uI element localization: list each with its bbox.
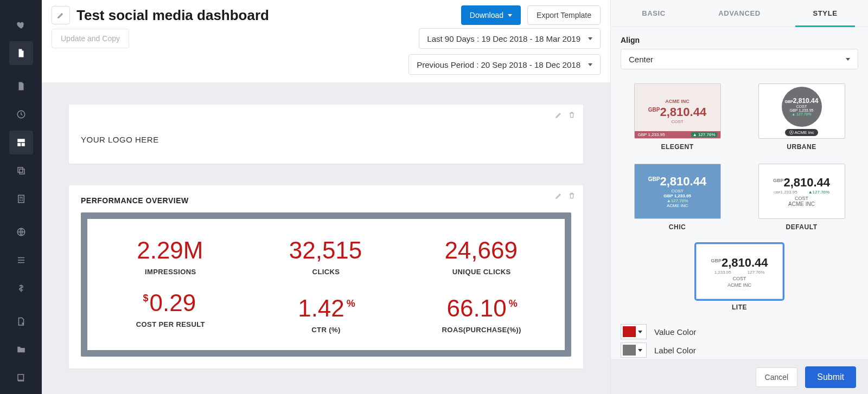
edit-title-button[interactable] bbox=[52, 6, 70, 24]
panel-footer: Cancel Submit bbox=[611, 359, 868, 394]
theme-urbane[interactable]: GBP2,810.44 COST GBP 1,233.95 ▲ 127.76% … bbox=[756, 83, 847, 151]
edit-icon[interactable] bbox=[555, 111, 563, 119]
style-panel: BASIC ADVANCED STYLE Align Center ACME I… bbox=[610, 0, 868, 394]
svg-rect-4 bbox=[20, 169, 24, 174]
label-color-swatch bbox=[623, 345, 636, 356]
tab-style[interactable]: STYLE bbox=[782, 0, 868, 27]
theme-chic[interactable]: GBP2,810.44 COST GBP 1,233.95 ▲127.76% A… bbox=[631, 164, 723, 231]
theme-name: DEFAULT bbox=[786, 223, 818, 231]
theme-name: CHIC bbox=[669, 223, 686, 231]
date-range-primary-label: Last 90 Days : 19 Dec 2018 - 18 Mar 2019 bbox=[427, 34, 580, 43]
subbar: Update and Copy Last 90 Days : 19 Dec 20… bbox=[42, 28, 610, 83]
section-title: PERFORMANCE OVERVIEW bbox=[81, 196, 571, 205]
theme-preview: GBP2,810.44 COST GBP 1,233.95 ▲ 127.76% … bbox=[758, 83, 845, 139]
label-color-label: Label Color bbox=[654, 346, 696, 355]
theme-name: LITE bbox=[732, 303, 747, 311]
theme-preview: ACME INC GBP2,810.44 COST GBP 1,233.95▲ … bbox=[634, 83, 721, 139]
chevron-down-icon bbox=[638, 331, 642, 333]
theme-lite[interactable]: GBP2,810.44 1,233.95127.76% COST ACME IN… bbox=[696, 244, 783, 311]
edit-icon[interactable] bbox=[555, 192, 563, 199]
align-label: Align bbox=[621, 36, 858, 44]
export-template-button[interactable]: Export Template bbox=[527, 5, 601, 25]
chevron-down-icon bbox=[588, 37, 592, 40]
nav-file-icon[interactable] bbox=[9, 75, 33, 99]
nav-export-icon[interactable] bbox=[9, 310, 33, 334]
theme-preview: GBP2,810.44 COST GBP 1,233.95 ▲127.76% A… bbox=[634, 164, 721, 219]
theme-preview: GBP2,810.44 1,233.95127.76% COST ACME IN… bbox=[696, 244, 783, 299]
nav-clock-icon[interactable] bbox=[9, 102, 33, 126]
nav-copy-icon[interactable] bbox=[9, 159, 33, 183]
page-title: Test social media dashboard bbox=[76, 7, 269, 24]
value-color-label: Value Color bbox=[654, 327, 696, 337]
align-select[interactable]: Center bbox=[621, 49, 858, 69]
tab-advanced[interactable]: ADVANCED bbox=[697, 0, 782, 27]
svg-rect-3 bbox=[21, 143, 24, 146]
stat-cost-per-result: $0.29 COST PER RESULT bbox=[93, 291, 248, 334]
theme-name: ELEGENT bbox=[661, 143, 693, 151]
svg-rect-6 bbox=[18, 195, 24, 203]
value-color-row: Value Color bbox=[621, 324, 858, 339]
chevron-down-icon bbox=[588, 63, 592, 66]
logo-card[interactable]: YOUR LOGO HERE bbox=[69, 105, 583, 164]
stat-clicks: 32,515 CLICKS bbox=[248, 233, 404, 276]
svg-rect-1 bbox=[17, 139, 25, 142]
svg-rect-5 bbox=[18, 167, 23, 172]
label-color-row: Label Color bbox=[621, 343, 858, 358]
stat-impressions: 2.29M IMPRESSIONS bbox=[93, 233, 248, 276]
label-color-picker[interactable] bbox=[621, 343, 647, 358]
date-range-secondary-label: Previous Period : 20 Sep 2018 - 18 Dec 2… bbox=[417, 60, 580, 69]
main-area: Test social media dashboard Download Exp… bbox=[42, 0, 610, 394]
align-value: Center bbox=[629, 55, 653, 64]
nav-layout-icon[interactable] bbox=[9, 131, 33, 154]
value-color-swatch bbox=[623, 326, 636, 337]
chevron-down-icon bbox=[846, 58, 850, 61]
nav-heart-icon[interactable] bbox=[9, 13, 33, 37]
date-range-primary[interactable]: Last 90 Days : 19 Dec 2018 - 18 Mar 2019 bbox=[419, 28, 601, 49]
topbar: Test social media dashboard Download Exp… bbox=[42, 0, 610, 28]
logo-placeholder: YOUR LOGO HERE bbox=[81, 135, 571, 144]
download-button[interactable]: Download bbox=[461, 5, 521, 25]
nav-page-icon[interactable] bbox=[9, 41, 33, 65]
canvas: YOUR LOGO HERE PERFORMANCE OVERVIEW 2.29… bbox=[42, 83, 610, 394]
tab-basic[interactable]: BASIC bbox=[611, 0, 697, 27]
cancel-button[interactable]: Cancel bbox=[756, 367, 798, 387]
performance-card[interactable]: PERFORMANCE OVERVIEW 2.29M IMPRESSIONS 3… bbox=[69, 185, 583, 369]
nav-list-icon[interactable] bbox=[9, 248, 33, 272]
stat-widget[interactable]: 2.29M IMPRESSIONS 32,515 CLICKS 24,669 U… bbox=[81, 212, 571, 357]
nav-globe-icon[interactable] bbox=[9, 220, 33, 244]
download-label: Download bbox=[470, 11, 503, 20]
nav-folder-icon[interactable] bbox=[9, 338, 33, 361]
value-color-picker[interactable] bbox=[621, 324, 647, 339]
nav-dollar-icon[interactable] bbox=[9, 276, 33, 300]
theme-grid: ACME INC GBP2,810.44 COST GBP 1,233.95▲ … bbox=[621, 79, 858, 321]
stat-unique-clicks: 24,669 UNIQUE CLICKS bbox=[404, 233, 559, 276]
stat-ctr: 1.42% CTR (%) bbox=[248, 291, 404, 334]
theme-preview: GBP2,810.44 GBP1,233.95▲127.76% COST ACM… bbox=[758, 164, 845, 219]
date-range-secondary[interactable]: Previous Period : 20 Sep 2018 - 18 Dec 2… bbox=[409, 54, 601, 75]
svg-rect-2 bbox=[17, 143, 21, 146]
theme-name: URBANE bbox=[787, 143, 816, 151]
chevron-down-icon bbox=[638, 349, 642, 352]
left-nav bbox=[0, 0, 42, 394]
theme-elegent[interactable]: ACME INC GBP2,810.44 COST GBP 1,233.95▲ … bbox=[631, 83, 723, 151]
update-copy-button[interactable]: Update and Copy bbox=[52, 29, 129, 48]
trash-icon[interactable] bbox=[568, 192, 576, 199]
submit-button[interactable]: Submit bbox=[805, 366, 856, 388]
stat-roas: 66.10% ROAS(PURCHASE(%)) bbox=[404, 291, 559, 334]
nav-calc-icon[interactable] bbox=[9, 187, 33, 211]
chevron-down-icon bbox=[508, 14, 512, 17]
trash-icon[interactable] bbox=[568, 111, 576, 119]
nav-book-icon[interactable] bbox=[9, 366, 33, 390]
panel-tabs: BASIC ADVANCED STYLE bbox=[611, 0, 868, 27]
theme-default[interactable]: GBP2,810.44 GBP1,233.95▲127.76% COST ACM… bbox=[756, 164, 847, 231]
